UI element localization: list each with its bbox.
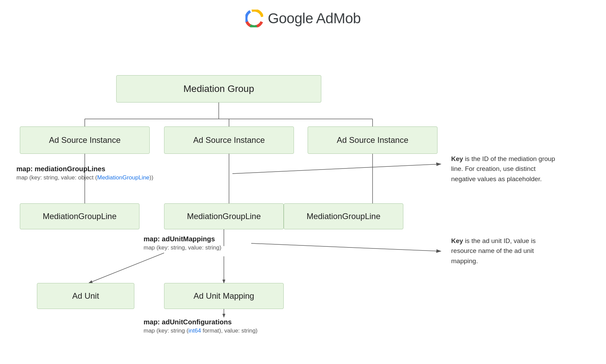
annotation-mgl: map: mediationGroupLines map (key: strin… — [16, 164, 153, 182]
auc-int64-text: int64 — [188, 327, 201, 334]
key-annotation-aum: Key is the ad unit ID, value is resource… — [451, 236, 561, 266]
ad-source-instance-box-3: Ad Source Instance — [308, 126, 437, 154]
diagram-container: Mediation Group Ad Source Instance Ad So… — [0, 34, 606, 359]
annotation-aum: map: adUnitMappings map (key: string, va… — [144, 234, 221, 252]
mediation-group-line-box-3: MediationGroupLine — [284, 203, 403, 229]
ad-source-instance-box-2: Ad Source Instance — [164, 126, 294, 154]
key-bold-aum: Key — [451, 237, 463, 244]
key-annotation-mgl: Key is the ID of the mediation group lin… — [451, 154, 561, 184]
aum-map-label: map: adUnitMappings — [144, 234, 221, 244]
asi-1-label: Ad Source Instance — [49, 135, 120, 145]
header: Google AdMob — [0, 0, 606, 34]
mediation-group-line-box-1: MediationGroupLine — [20, 203, 139, 229]
ad-unit-label: Ad Unit — [72, 291, 99, 301]
asi-3-label: Ad Source Instance — [337, 135, 408, 145]
mediation-group-label: Mediation Group — [183, 83, 254, 94]
key-text-mgl: is the ID of the mediation group line. F… — [451, 155, 555, 183]
ad-source-instance-box-1: Ad Source Instance — [20, 126, 150, 154]
annotation-auc: map: adUnitConfigurations map (key: stri… — [144, 317, 258, 335]
mgl-3-label: MediationGroupLine — [307, 212, 380, 221]
mgl-link-text: MediationGroupLine — [97, 174, 149, 181]
ad-unit-mapping-label: Ad Unit Mapping — [193, 291, 254, 301]
ad-unit-box: Ad Unit — [37, 283, 134, 309]
svg-line-17 — [89, 253, 164, 283]
mgl-1-label: MediationGroupLine — [43, 212, 117, 221]
svg-point-4 — [249, 13, 260, 24]
aum-map-detail: map (key: string, value: string) — [144, 244, 221, 252]
asi-2-label: Ad Source Instance — [193, 135, 265, 145]
page-title: Google AdMob — [268, 10, 361, 27]
mediation-group-box: Mediation Group — [116, 75, 321, 103]
ad-unit-mapping-box: Ad Unit Mapping — [164, 283, 284, 309]
admob-logo-icon — [245, 10, 263, 27]
key-bold-mgl: Key — [451, 155, 463, 162]
mgl-map-detail: map (key: string, value: object (Mediati… — [16, 174, 153, 182]
svg-line-13 — [232, 164, 441, 174]
key-text-aum: is the ad unit ID, value is resource nam… — [451, 237, 536, 265]
auc-map-detail: map (key: string (int64 format), value: … — [144, 327, 258, 335]
mgl-map-label: map: mediationGroupLines — [16, 164, 153, 174]
mediation-group-line-box-2: MediationGroupLine — [164, 203, 284, 229]
svg-line-15 — [251, 243, 441, 251]
mgl-2-label: MediationGroupLine — [187, 212, 261, 221]
auc-map-label: map: adUnitConfigurations — [144, 317, 258, 327]
